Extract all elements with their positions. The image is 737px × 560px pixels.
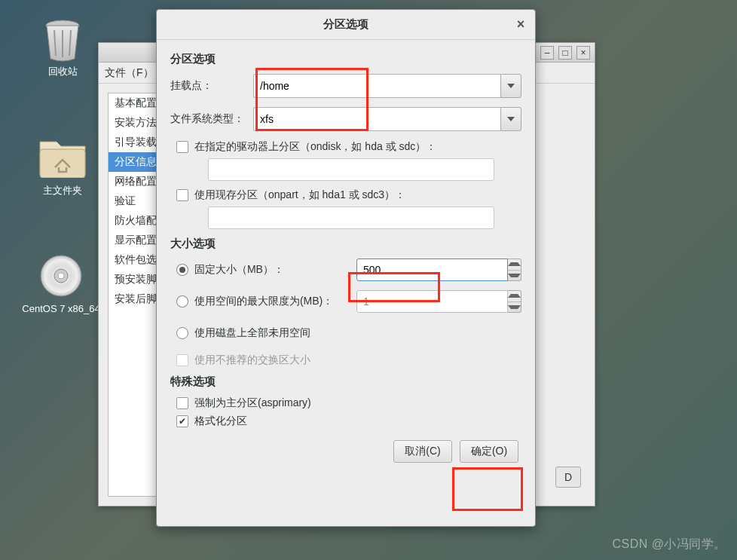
triangle-up-icon [508,294,521,298]
desktop-disc-label: CentOS 7 x86_64 [17,303,106,314]
mount-label: 挂载点： [170,79,253,93]
onpart-input[interactable] [209,207,494,228]
svg-rect-4 [40,149,85,178]
section-size-title: 大小选项 [170,237,521,251]
close-button[interactable]: × [576,46,590,60]
desktop-trash-label: 回收站 [26,65,99,78]
grow-to-radio[interactable] [176,295,188,308]
asprimary-checkbox[interactable] [176,397,188,409]
fill-radio[interactable] [176,327,188,339]
asprimary-label: 强制为主分区(asprimary) [194,396,311,410]
trash-icon [43,18,82,62]
fill-label: 使用磁盘上全部未用空间 [194,326,310,340]
cancel-button[interactable]: 取消(C) [393,440,452,463]
ondisk-checkbox[interactable] [176,141,188,153]
recommended-checkbox [176,354,188,366]
partition-dialog: 分区选项 × 分区选项 挂载点： 文件系统类型： 在指 [156,9,536,527]
grow-to-label: 使用空间的最大限度为(MB)： [194,295,350,308]
close-icon[interactable]: × [512,16,529,32]
fixed-size-input[interactable] [356,259,508,281]
folder-icon [38,133,87,181]
svg-point-7 [58,273,64,279]
triangle-up-icon [508,262,521,266]
format-checkbox[interactable] [176,415,188,427]
fixed-size-radio[interactable] [176,264,188,276]
maximize-button[interactable]: □ [558,46,572,60]
fs-input[interactable] [253,107,500,131]
mount-dropdown-button[interactable] [500,74,521,98]
fs-combobox[interactable] [253,107,521,131]
section-partition-title: 分区选项 [170,52,521,66]
dialog-title-text: 分区选项 [323,17,368,32]
ok-button[interactable]: 确定(O) [460,440,518,463]
onpart-label: 使用现存分区（onpart，如 hda1 或 sdc3）： [194,188,405,202]
ondisk-input-wrapper [208,158,494,181]
section-special-title: 特殊选项 [170,375,521,389]
onpart-input-wrapper [208,207,494,229]
disc-icon [37,252,85,300]
fixed-size-spinner[interactable] [356,259,521,281]
fs-dropdown-button[interactable] [500,107,521,131]
mount-input[interactable] [253,74,500,98]
watermark: CSDN @小冯同学。 [612,537,726,552]
triangle-down-icon [508,305,521,309]
recommended-label: 使用不推荐的交换区大小 [194,353,310,367]
minimize-button[interactable]: – [540,46,554,60]
ondisk-label: 在指定的驱动器上分区（ondisk，如 hda 或 sdc）： [194,140,436,154]
desktop-trash[interactable]: 回收站 [26,18,99,78]
spinner-down-button[interactable] [508,270,521,281]
spinner-up-button[interactable] [508,259,521,270]
fs-label: 文件系统类型： [170,112,253,126]
grow-to-input[interactable] [356,290,508,313]
ondisk-input[interactable] [209,159,494,180]
dialog-titlebar: 分区选项 × [157,10,535,40]
spinner-up-button[interactable] [508,291,521,301]
format-label: 格式化分区 [194,415,247,428]
chevron-down-icon [507,117,515,121]
desktop-home-folder[interactable]: 主文件夹 [26,133,99,197]
onpart-checkbox[interactable] [176,189,188,201]
desktop-home-label: 主文件夹 [26,184,99,197]
menu-file[interactable]: 文件（F） [105,66,154,80]
grow-to-spinner[interactable] [356,290,521,313]
chevron-down-icon [507,84,515,88]
spinner-down-button[interactable] [508,301,521,313]
triangle-down-icon [508,274,521,277]
mount-combobox[interactable] [253,74,521,98]
desktop-disc[interactable]: CentOS 7 x86_64 [17,252,106,314]
bg-button-d[interactable]: D [555,467,581,488]
fixed-size-label: 固定大小（MB）： [194,263,350,277]
